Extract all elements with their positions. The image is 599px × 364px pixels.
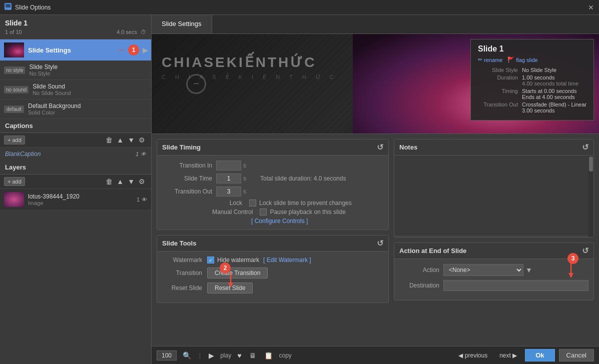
info-actions: ✏ rename 🚩 flag slide <box>478 56 586 63</box>
monitor-button[interactable]: 🖥 <box>247 350 258 360</box>
slide-timing-panel: Slide Timing ↺ Transition In s Slide Tim… <box>157 139 389 230</box>
transition-info-value: Crossfade (Blend) - Linear 3.00 seconds <box>522 102 586 114</box>
transition-in-row: Transition In s <box>162 160 383 170</box>
move-up-caption-button[interactable]: ▲ <box>115 135 126 145</box>
captions-section-header: Captions <box>0 119 151 133</box>
action-end-header: Action at End of Slide ↺ <box>394 243 593 259</box>
next-button[interactable]: next ▶ <box>495 351 521 360</box>
heart-button[interactable]: ♥ <box>235 350 243 360</box>
layer-type: Image <box>28 200 137 206</box>
slide-style-sub: No Style <box>29 70 147 76</box>
manual-label: Manual Control <box>212 208 253 216</box>
create-transition-button[interactable]: Create Transition <box>207 268 268 278</box>
chevron-right-icon: ▶ <box>143 46 148 54</box>
slide-time-label: Slide Time <box>162 175 212 182</box>
default-background-item[interactable]: default Default Background Solid Color ▶ <box>0 100 151 119</box>
search-zoom-button[interactable]: 🔍 <box>181 350 193 360</box>
layers-toolbar: + add 🗑 ▲ ▼ ⚙ <box>0 174 151 189</box>
badge-1: 1 <box>128 44 139 56</box>
slide-sound-title: Slide Sound <box>33 83 147 90</box>
configure-controls-link[interactable]: [ Configure Controls ] <box>251 218 308 224</box>
destination-row: Destination <box>399 280 588 291</box>
layer-eye-icon: 👁 <box>142 196 147 202</box>
notes-scrollbar[interactable] <box>588 156 593 237</box>
transition-out-input[interactable] <box>216 186 241 196</box>
layer-item[interactable]: lotus-398444_1920 Image 1 👁 <box>0 189 151 210</box>
add-caption-button[interactable]: + add <box>4 136 25 144</box>
style-info-label: Slide Style <box>478 67 518 73</box>
slide-duration: 4.0 secs ⏱ <box>117 29 146 35</box>
move-up-layer-button[interactable]: ▲ <box>115 176 126 186</box>
manual-checkbox[interactable] <box>260 208 267 216</box>
delete-layer-button[interactable]: 🗑 <box>104 176 115 186</box>
layers-section-header: Layers <box>0 160 151 174</box>
right-panel: Notes ↺ Action at End of Slide ↺ <box>394 139 594 341</box>
info-slide-title: Slide 1 <box>478 44 586 54</box>
notes-textarea[interactable] <box>394 156 593 236</box>
previous-button[interactable]: ◀ previous <box>454 351 491 360</box>
rename-button[interactable]: ✏ rename <box>478 56 502 63</box>
pencil-icon: ✏ <box>478 56 482 63</box>
edit-watermark-link[interactable]: [ Edit Watermark ] <box>263 256 311 264</box>
add-layer-button[interactable]: + add <box>4 177 25 186</box>
duration-info-row: Duration 1.00 seconds 4.00 seconds total… <box>478 74 586 86</box>
move-down-caption-button[interactable]: ▼ <box>126 135 137 145</box>
duration-text: Total slide duration: 4.0 seconds <box>260 175 346 182</box>
cancel-button[interactable]: Cancel <box>559 349 594 362</box>
slide-tools-title: Slide Tools <box>162 240 196 247</box>
arrow-icon: ← <box>117 45 126 56</box>
tools-reset-icon[interactable]: ↺ <box>377 238 383 248</box>
action-end-panel: Action at End of Slide ↺ Action <None> ▼ <box>394 242 594 300</box>
timing-info-value: Starts at 0.00 seconds Ends at 4.00 seco… <box>522 88 576 100</box>
svg-marker-4 <box>228 282 233 288</box>
move-down-layer-button[interactable]: ▼ <box>126 176 137 186</box>
zoom-input[interactable]: 100 <box>157 350 177 360</box>
notes-header: Notes ↺ <box>394 140 593 156</box>
notes-reset-icon[interactable]: ↺ <box>582 142 588 152</box>
slide-settings-item[interactable]: Slide Settings ← 1 ▶ <box>0 40 151 60</box>
action-dropdown-icon[interactable]: ▼ <box>525 266 532 274</box>
badge-3-arrow <box>567 263 574 280</box>
slide-time-row: Slide Time s Total slide duration: 4.0 s… <box>162 174 383 184</box>
preview-text-main: ChiasekiẾnthức <box>162 54 317 70</box>
transition-info-row: Transition Out Crossfade (Blend) - Linea… <box>478 102 586 114</box>
settings-layer-button[interactable]: ⚙ <box>137 176 147 186</box>
blank-caption-label: BlankCaption <box>5 150 41 158</box>
default-badge: default <box>4 106 24 113</box>
slide-sound-item[interactable]: no sound Slide Sound No Slide Sound ▶ <box>0 80 151 100</box>
lock-checkbox[interactable] <box>249 200 256 206</box>
play-button[interactable]: ▶ <box>207 350 216 360</box>
close-button[interactable]: ✕ <box>587 4 595 12</box>
captions-toolbar: + add 🗑 ▲ ▼ ⚙ <box>0 133 151 148</box>
action-select[interactable]: <None> <box>443 264 523 276</box>
tab-slide-settings[interactable]: Slide Settings <box>152 15 212 34</box>
svg-marker-6 <box>568 273 573 278</box>
watermark-checkbox[interactable]: ✓ <box>207 256 214 264</box>
slide-tools-header: Slide Tools ↺ <box>157 236 388 252</box>
tab-bar: Slide Settings <box>152 15 599 34</box>
flag-button[interactable]: 🚩 flag slide <box>507 56 537 63</box>
lock-label: Lock <box>212 200 242 206</box>
watermark-label: Watermark <box>162 256 202 264</box>
lock-check-label: Lock slide time to prevent changes <box>259 200 352 206</box>
slide-time-input[interactable] <box>216 174 241 184</box>
slide-style-item[interactable]: no style Slide Style No Style ▶ <box>0 60 151 80</box>
left-panel: Slide Timing ↺ Transition In s Slide Tim… <box>157 139 389 341</box>
sidebar: Slide 1 1 of 10 4.0 secs ⏱ Slide Setting… <box>0 15 152 364</box>
play-label: play <box>220 352 231 359</box>
action-end-title: Action at End of Slide <box>399 247 466 254</box>
duration-info-value: 1.00 seconds 4.00 seconds total time <box>522 74 578 86</box>
action-reset-icon[interactable]: ↺ <box>582 246 588 256</box>
transition-in-unit: s <box>243 162 246 169</box>
copy-button[interactable]: 📋 <box>262 350 275 360</box>
slide-count: 1 of 10 <box>5 29 22 35</box>
delete-caption-button[interactable]: 🗑 <box>104 135 115 145</box>
bottom-toolbar: 100 🔍 | ▶ play ♥ 🖥 📋 copy ◀ previous nex… <box>152 346 599 364</box>
destination-input[interactable] <box>443 280 588 291</box>
transition-in-input[interactable] <box>216 160 241 170</box>
settings-caption-button[interactable]: ⚙ <box>137 135 147 145</box>
ok-button[interactable]: Ok <box>525 349 554 362</box>
slide-settings-label: Slide Settings <box>28 46 71 54</box>
badge-3: 3 <box>567 253 578 264</box>
timing-reset-icon[interactable]: ↺ <box>377 142 383 152</box>
